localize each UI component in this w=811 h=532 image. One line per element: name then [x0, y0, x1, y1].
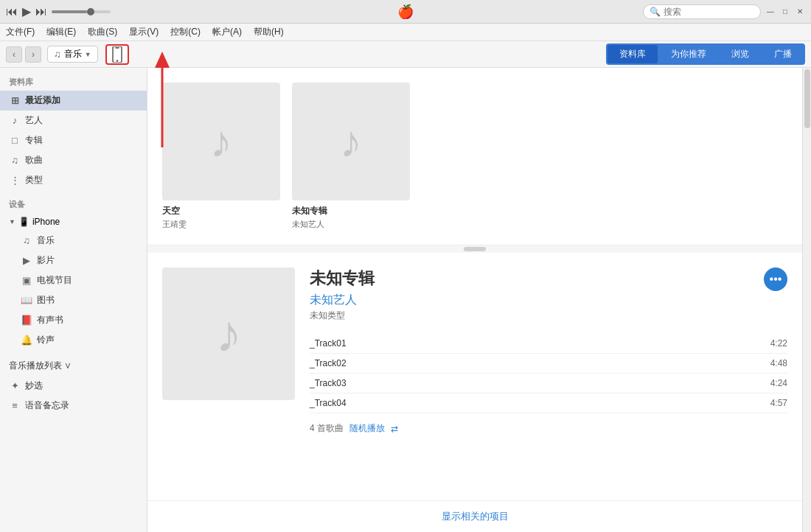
sidebar-item-voice-memos[interactable]: ≡ 语音备忘录 — [0, 396, 147, 416]
track-name-0: _Track01 — [310, 338, 347, 349]
more-options-button[interactable]: ••• — [764, 267, 787, 291]
menu-control[interactable]: 控制(C) — [170, 26, 201, 38]
menu-file[interactable]: 文件(F) — [6, 26, 35, 38]
play-button[interactable]: ▶ — [22, 4, 31, 18]
menu-help[interactable]: 帮助(H) — [254, 26, 284, 38]
album-card-1[interactable]: ♪ 未知专辑 未知艺人 — [292, 83, 410, 230]
movies-icon: ▶ — [21, 255, 32, 266]
album-detail: ♪ 未知专辑 未知艺人 未知类型 ••• _Track01 — [147, 253, 802, 500]
sidebar-item-movies[interactable]: ▶ 影片 — [0, 251, 147, 270]
sidebar-item-iphone[interactable]: ▼ 📱 iPhone — [0, 213, 147, 231]
maximize-button[interactable]: □ — [780, 7, 790, 17]
music-note-icon: ♫ — [54, 49, 61, 60]
search-icon: 🔍 — [650, 7, 661, 17]
library-section-title: 资料库 — [0, 74, 147, 91]
fast-forward-button[interactable]: ⏭ — [35, 5, 47, 18]
scrollbar-thumb[interactable] — [804, 69, 810, 128]
recent-icon: ⊞ — [9, 95, 21, 106]
audiobooks-icon: 📕 — [21, 315, 32, 326]
apple-logo: 🍎 — [397, 4, 414, 20]
album-art-0: ♪ — [162, 83, 280, 200]
album-grid: ♪ 天空 王靖雯 ♪ 未知专辑 未知艺人 — [147, 68, 802, 245]
music-icon: ♫ — [21, 235, 32, 246]
apple-logo-area: 🍎 — [397, 4, 414, 20]
tab-browse[interactable]: 浏览 — [720, 45, 761, 63]
svg-point-2 — [116, 60, 117, 61]
title-bar-right: 🔍 — □ ✕ — [643, 4, 805, 19]
music-note-icon-0: ♪ — [210, 116, 232, 167]
title-bar: ⏮ ▶ ⏭ 🍎 🔍 — □ ✕ — [0, 0, 811, 24]
detail-info: 未知专辑 未知艺人 未知类型 ••• _Track01 4:22 _Track0… — [310, 267, 787, 486]
progress-bar[interactable] — [52, 10, 111, 13]
back-button[interactable]: ‹ — [6, 46, 22, 63]
genre-icon: ⋮ — [9, 175, 21, 186]
sidebar-item-albums[interactable]: □ 专辑 — [0, 130, 147, 150]
sidebar-item-music[interactable]: ♫ 音乐 — [0, 231, 147, 251]
close-button[interactable]: ✕ — [795, 7, 805, 17]
detail-album-title: 未知专辑 — [310, 267, 764, 290]
track-duration-3: 4:57 — [770, 398, 787, 408]
sidebar-item-artists[interactable]: ♪ 艺人 — [0, 111, 147, 130]
sidebar-item-recent[interactable]: ⊞ 最近添加 — [0, 91, 147, 111]
dropdown-arrow-icon: ▼ — [85, 51, 91, 58]
track-name-2: _Track03 — [310, 378, 347, 388]
forward-button[interactable]: › — [25, 46, 41, 63]
search-box[interactable]: 🔍 — [643, 4, 761, 19]
library-label: 音乐 — [64, 48, 82, 60]
track-row-2[interactable]: _Track03 4:24 — [310, 374, 787, 393]
track-duration-1: 4:48 — [770, 358, 787, 368]
song-icon: ♫ — [9, 155, 21, 166]
track-row-0[interactable]: _Track01 4:22 — [310, 334, 787, 354]
album-art-1: ♪ — [292, 83, 410, 200]
music-note-icon-1: ♪ — [340, 116, 362, 167]
artist-icon: ♪ — [9, 115, 21, 126]
playlists-section[interactable]: 音乐播放列表 ∨ — [0, 356, 147, 376]
device-icon: 📱 — [18, 217, 29, 227]
album-icon: □ — [9, 135, 21, 146]
detail-genre: 未知类型 — [310, 309, 764, 322]
album-artist-1: 未知艺人 — [292, 219, 410, 230]
library-dropdown[interactable]: ♫ 音乐 ▼ — [47, 46, 98, 63]
track-row-3[interactable]: _Track04 4:57 — [310, 393, 787, 413]
shuffle-button[interactable]: 随机播放 — [349, 422, 385, 435]
device-button[interactable] — [105, 44, 129, 65]
detail-artist[interactable]: 未知艺人 — [310, 293, 764, 308]
divider-handle[interactable] — [147, 245, 802, 253]
tab-library[interactable]: 资料库 — [608, 45, 658, 63]
menu-song[interactable]: 歌曲(S) — [88, 26, 117, 38]
main-area: 资料库 ⊞ 最近添加 ♪ 艺人 □ 专辑 ♫ 歌曲 ⋮ 类型 设备 — [0, 68, 811, 532]
track-count-label: 4 首歌曲 — [310, 422, 344, 435]
minimize-button[interactable]: — — [765, 7, 776, 17]
sidebar-item-tv[interactable]: ▣ 电视节目 — [0, 270, 147, 290]
sidebar: 资料库 ⊞ 最近添加 ♪ 艺人 □ 专辑 ♫ 歌曲 ⋮ 类型 设备 — [0, 68, 147, 532]
genius-icon: ✦ — [9, 380, 21, 391]
search-input[interactable] — [664, 7, 752, 17]
track-name-1: _Track02 — [310, 358, 347, 368]
track-row-1[interactable]: _Track02 4:48 — [310, 354, 787, 374]
menu-edit[interactable]: 编辑(E) — [46, 26, 76, 38]
voice-memo-icon: ≡ — [9, 400, 21, 411]
sidebar-item-genius[interactable]: ✦ 妙选 — [0, 376, 147, 396]
shuffle-icon: ⇄ — [391, 424, 398, 434]
detail-header-row: 未知专辑 未知艺人 未知类型 ••• — [310, 267, 787, 334]
tab-radio[interactable]: 广播 — [762, 45, 804, 63]
sidebar-item-ringtones[interactable]: 🔔 铃声 — [0, 330, 147, 350]
playlists-title: 音乐播放列表 ∨ — [9, 360, 72, 372]
transport-controls: ⏮ ▶ ⏭ — [6, 4, 111, 18]
menu-view[interactable]: 显示(V) — [129, 26, 159, 38]
sidebar-item-genres[interactable]: ⋮ 类型 — [0, 170, 147, 190]
sidebar-item-songs[interactable]: ♫ 歌曲 — [0, 150, 147, 170]
show-related-link[interactable]: 显示相关的项目 — [147, 500, 802, 532]
sidebar-item-books[interactable]: 📖 图书 — [0, 290, 147, 310]
tv-icon: ▣ — [21, 275, 32, 286]
menu-account[interactable]: 帐户(A) — [212, 26, 242, 38]
books-icon: 📖 — [21, 295, 32, 306]
album-card-0[interactable]: ♪ 天空 王靖雯 — [162, 83, 280, 230]
iphone-icon — [111, 46, 123, 63]
tab-for-you[interactable]: 为你推荐 — [659, 45, 718, 63]
sidebar-item-audiobooks[interactable]: 📕 有声书 — [0, 310, 147, 330]
track-list: _Track01 4:22 _Track02 4:48 _Track03 4:2… — [310, 334, 787, 413]
caret-icon: ▼ — [9, 218, 15, 225]
rewind-button[interactable]: ⏮ — [6, 5, 18, 18]
scrollbar-area — [802, 68, 811, 532]
